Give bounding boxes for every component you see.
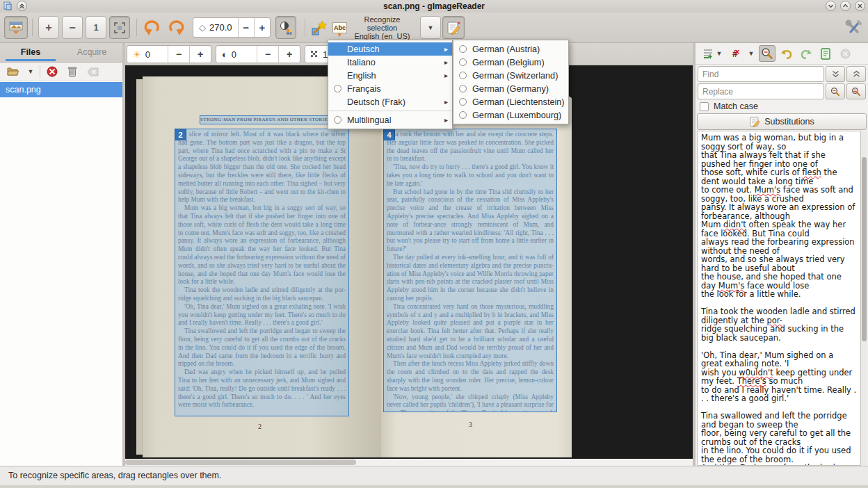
match-case-option[interactable]: Match case: [700, 101, 758, 111]
close-icon[interactable]: [855, 1, 865, 11]
output-pane-toggle[interactable]: [442, 16, 465, 39]
selection-region-4[interactable]: 4: [383, 129, 557, 412]
recognize-language-dropdown[interactable]: ▼: [420, 16, 441, 39]
rotation-value[interactable]: 270.0: [209, 22, 232, 33]
replace-input[interactable]: [698, 83, 824, 99]
replace-row: [698, 83, 866, 99]
find-replace-icon: [761, 47, 773, 60]
tab-files[interactable]: Files: [0, 43, 61, 62]
rotate-right-button[interactable]: [166, 16, 187, 39]
save-text-icon: [820, 48, 831, 60]
recognize-button[interactable]: Abc Recognize selection English (en_US): [330, 16, 417, 39]
insert-mode-dropdown[interactable]: ▼: [700, 45, 724, 62]
menu-item-label: German (Luxembourg): [472, 111, 561, 120]
chevron-down-icon: ▼: [28, 68, 34, 75]
auto-layout-button[interactable]: [309, 16, 330, 39]
brightness-decrease-button[interactable]: −: [168, 46, 189, 63]
menu-item-label: German (Austria): [472, 44, 540, 54]
menu-item-deutsch[interactable]: Deutsch▸: [328, 42, 452, 56]
minimize-button[interactable]: [826, 1, 836, 11]
clear-list-button[interactable]: [84, 64, 101, 79]
submenu-item-german-germany[interactable]: German (Germany): [453, 82, 568, 95]
rotate-left-button[interactable]: [141, 16, 162, 39]
match-case-checkbox[interactable]: [700, 102, 709, 111]
chevron-double-up-icon: [853, 70, 860, 78]
rotate-right-icon: [168, 19, 186, 36]
title-bar: scan.png - gImageReader: [0, 0, 868, 13]
delete-image-button[interactable]: [64, 64, 81, 79]
submenu-item-german-austria[interactable]: German (Austria): [453, 42, 568, 56]
zoom-out-button[interactable]: −: [62, 16, 83, 39]
find-next-button[interactable]: [826, 66, 845, 82]
minus-icon: −: [69, 22, 75, 34]
rotation-decrease-button[interactable]: −: [238, 18, 254, 37]
find-replace-toggle[interactable]: [759, 45, 775, 62]
zoom-fit-button[interactable]: [109, 16, 130, 39]
undo-button[interactable]: [778, 45, 795, 62]
rotation-increase-button[interactable]: +: [254, 18, 270, 37]
submenu-item-german-luxembourg[interactable]: German (Luxembourg): [453, 108, 568, 122]
sources-panel: Files Acquire ▼ scan.png: [0, 43, 122, 466]
contrast-increase-button[interactable]: +: [278, 46, 300, 63]
scrollbar-thumb[interactable]: [862, 157, 867, 341]
show-sources-toggle[interactable]: [4, 16, 28, 39]
remove-image-button[interactable]: [44, 64, 61, 79]
separator: [40, 65, 40, 78]
clear-output-button[interactable]: [837, 45, 853, 62]
menu-item-multilingual[interactable]: Multilingual▸: [328, 113, 452, 127]
ocr-output-text[interactable]: Mum was a big woman, but big in a soggy …: [697, 131, 861, 466]
search-input[interactable]: [698, 66, 824, 82]
brightness-icon: ☀: [133, 49, 141, 60]
add-images-dropdown[interactable]: ▼: [25, 64, 36, 79]
menu-separator: [329, 111, 451, 111]
menu-item-italiano[interactable]: Italiano▸: [328, 56, 452, 69]
submenu-item-german-belgium[interactable]: German (Belgium): [453, 56, 568, 69]
strip-options-dropdown[interactable]: ▼: [746, 45, 756, 62]
canvas-horizontal-scrollbar[interactable]: [125, 459, 693, 466]
zoom-original-button[interactable]: 1: [86, 16, 106, 39]
running-header-selection[interactable]: STRONG-MAN FROM PIRAEUS AND OTHER STORIE…: [200, 115, 330, 124]
menu-item-english[interactable]: English▸: [328, 69, 452, 82]
radio-icon: [459, 98, 467, 106]
output-vertical-scrollbar[interactable]: [861, 131, 867, 466]
rotation-spinbox[interactable]: ◇270.0 − +: [193, 17, 271, 38]
zoom-in-button[interactable]: +: [38, 16, 59, 39]
submenu-item-german-liechtenstein[interactable]: German (Liechtenstein): [453, 95, 568, 108]
page-number: 3: [469, 421, 472, 428]
file-list-item[interactable]: scan.png: [0, 82, 122, 97]
recognize-label: Recognize selection: [350, 15, 415, 32]
menu-item-deutsch-frak[interactable]: Deutsch (Frak)▸: [328, 95, 452, 108]
brightness-increase-button[interactable]: +: [189, 46, 211, 63]
find-previous-button[interactable]: [846, 66, 866, 82]
radio-icon: [459, 58, 467, 66]
strip-linebreaks-button[interactable]: #: [727, 45, 744, 62]
contrast-value: 0: [232, 49, 236, 60]
brightness-control[interactable]: ☀0 − +: [127, 45, 211, 63]
redo-button[interactable]: [798, 45, 814, 62]
image-controls-toggle[interactable]: [275, 16, 296, 39]
submenu-item-german-switzerland[interactable]: German (Switzerland): [453, 69, 568, 82]
menu-item-fran-ais[interactable]: Français: [328, 82, 452, 95]
save-output-button[interactable]: [817, 45, 834, 62]
plus-icon: +: [45, 22, 51, 34]
tools-wrench-icon: [845, 19, 862, 36]
replace-button[interactable]: [826, 83, 845, 99]
selection-region-2[interactable]: 2: [175, 129, 349, 416]
scrollbar-thumb[interactable]: [125, 459, 356, 465]
files-toolbar: ▼: [0, 63, 122, 81]
recognize-abc-icon: Abc: [332, 22, 347, 33]
language-menu: Deutsch▸Italiano▸English▸FrançaisDeutsch…: [328, 40, 453, 129]
contrast-control[interactable]: ◐0 − +: [216, 45, 300, 63]
main-toolbar: + − 1 ◇270.0 − + Abc Recognize selection…: [0, 13, 868, 43]
add-images-button[interactable]: [5, 64, 22, 79]
folder-icon: [7, 67, 19, 76]
substitutions-button[interactable]: Substitutions: [697, 113, 867, 130]
radio-icon: [334, 116, 341, 124]
menu-item-label: Italiano: [347, 58, 376, 67]
replace-all-button[interactable]: [846, 83, 866, 99]
contrast-decrease-button[interactable]: −: [257, 46, 278, 63]
one-to-one-icon: 1: [93, 22, 98, 33]
maximize-button[interactable]: [840, 1, 851, 11]
settings-button[interactable]: [843, 16, 864, 39]
tab-acquire[interactable]: Acquire: [61, 43, 122, 62]
